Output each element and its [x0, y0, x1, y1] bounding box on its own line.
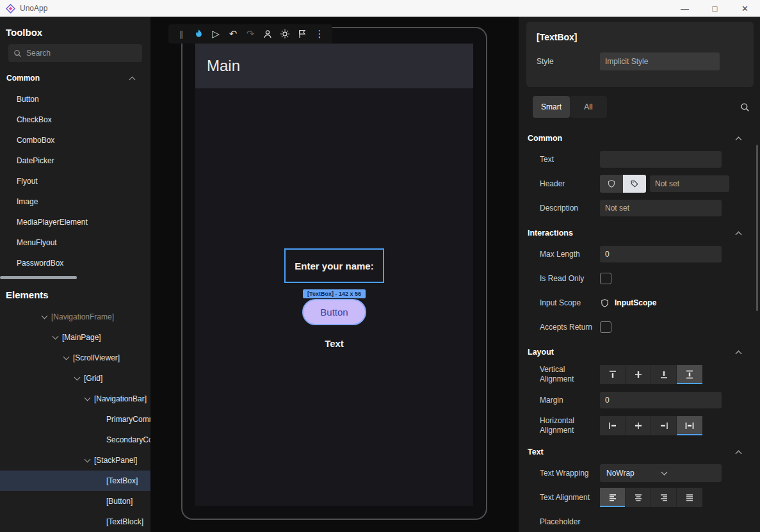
toolbox-search-input[interactable]: [26, 49, 137, 58]
toolbox-item-image[interactable]: Image: [0, 191, 150, 212]
header-binding-button[interactable]: [600, 175, 623, 193]
placeholder-label: Placeholder: [540, 517, 600, 527]
toolbox-item-datepicker[interactable]: DatePicker: [0, 150, 150, 171]
close-button[interactable]: ✕: [730, 0, 760, 17]
inspect-element-icon[interactable]: [261, 26, 274, 42]
text-align-center-icon: [633, 492, 643, 503]
header-literal-button[interactable]: [623, 175, 646, 193]
toolbox-item-combobox[interactable]: ComboBox: [0, 130, 150, 150]
toolbox-item-menuflyout[interactable]: MenuFlyout: [0, 232, 150, 253]
hot-reload-flame-icon[interactable]: [192, 26, 205, 42]
section-common[interactable]: Common: [519, 125, 760, 147]
tree-item-mainpage[interactable]: [MainPage]: [0, 327, 150, 348]
margin-label: Margin: [540, 396, 600, 405]
valign-top-button[interactable]: [600, 365, 626, 384]
undo-icon[interactable]: ↶: [227, 26, 239, 42]
page-title: Main: [207, 57, 240, 75]
text-align-right-button[interactable]: [651, 488, 677, 507]
text-value-input[interactable]: [600, 151, 722, 168]
align-hstretch-icon: [684, 421, 695, 431]
text-wrapping-dropdown[interactable]: NoWrap: [600, 464, 722, 482]
align-hcenter-icon: [633, 421, 643, 431]
halign-right-button[interactable]: [651, 416, 677, 435]
is-read-only-checkbox[interactable]: [600, 273, 611, 284]
row-accepts-return: Accepts Return: [519, 315, 760, 339]
row-description: Description: [519, 196, 760, 220]
tree-item-navigationframe[interactable]: [NavigationFrame]: [0, 307, 150, 327]
tree-item-grid[interactable]: [Grid]: [0, 368, 150, 389]
elements-tree: [NavigationFrame] [MainPage] [ScrollView…: [0, 307, 150, 532]
search-icon: [13, 49, 22, 58]
canvas-button[interactable]: Button: [302, 299, 366, 325]
toolbox-item-passwordbox[interactable]: PasswordBox: [0, 253, 150, 273]
text-align-right-icon: [659, 492, 669, 503]
text-alignment-label: Text Alignment: [540, 493, 600, 503]
chevron-up-icon: [735, 134, 743, 142]
accepts-return-checkbox[interactable]: [600, 321, 611, 333]
chevron-down-icon[interactable]: [84, 456, 92, 464]
toolbox-item-button[interactable]: Button: [0, 89, 150, 109]
tab-all[interactable]: All: [570, 96, 607, 118]
section-interactions[interactable]: Interactions: [519, 220, 760, 242]
theme-sun-icon[interactable]: [279, 26, 291, 42]
text-align-left-button[interactable]: [600, 488, 626, 507]
properties-scrollbar[interactable]: [756, 145, 758, 311]
header-value-input[interactable]: [650, 175, 729, 192]
properties-tabs: Smart All: [533, 96, 750, 118]
canvas-textblock[interactable]: Text: [325, 338, 344, 349]
tree-item-textbox[interactable]: [TextBox]: [0, 471, 150, 491]
play-icon[interactable]: ▷: [209, 26, 222, 42]
max-length-input[interactable]: [600, 246, 722, 262]
tree-item-textblock[interactable]: [TextBlock]: [0, 512, 150, 532]
tree-item-primarycommands[interactable]: PrimaryComm: [0, 409, 150, 430]
designer-toolbar: ∥ ▷ ↶ ↷: [168, 24, 332, 44]
chevron-down-icon[interactable]: [41, 313, 49, 321]
titlebar: UnoApp — □ ✕: [0, 0, 760, 17]
drag-handle-icon[interactable]: ∥: [175, 26, 188, 42]
chevron-up-icon: [129, 74, 136, 82]
app-window: UnoApp — □ ✕ Toolbox Common Button: [0, 0, 760, 532]
flag-icon[interactable]: [296, 26, 309, 42]
tree-item-button[interactable]: [Button]: [0, 491, 150, 512]
tree-item-secondarycommands[interactable]: SecondaryCo: [0, 430, 150, 450]
more-options-icon[interactable]: ⋮: [313, 26, 326, 42]
row-header: Header: [519, 172, 760, 196]
section-layout[interactable]: Layout: [519, 339, 760, 361]
toolbox-item-checkbox[interactable]: CheckBox: [0, 109, 150, 130]
toolbox-search[interactable]: [8, 44, 142, 62]
toolbox-section-common[interactable]: Common: [0, 62, 150, 89]
canvas-textbox-selected[interactable]: Enter your name:: [284, 248, 384, 283]
style-input[interactable]: [600, 52, 720, 70]
properties-search-icon[interactable]: [740, 102, 750, 112]
tree-item-scrollviewer[interactable]: [ScrollViewer]: [0, 348, 150, 368]
toolbox-item-mediaplayerelement[interactable]: MediaPlayerElement: [0, 212, 150, 232]
align-vstretch-icon: [684, 369, 695, 380]
valign-stretch-button[interactable]: [677, 365, 702, 384]
toolbox-title: Toolbox: [0, 17, 150, 44]
chevron-down-icon[interactable]: [52, 334, 60, 341]
tab-smart[interactable]: Smart: [533, 96, 570, 118]
input-scope-value[interactable]: InputScope: [615, 298, 656, 307]
toolbox-item-flyout[interactable]: Flyout: [0, 171, 150, 191]
chevron-down-icon[interactable]: [74, 375, 81, 382]
row-max-length: Max Length: [519, 242, 760, 266]
valign-bottom-button[interactable]: [651, 365, 677, 384]
text-align-center-button[interactable]: [626, 488, 651, 507]
text-align-justify-icon: [684, 492, 695, 503]
halign-center-button[interactable]: [626, 416, 651, 435]
margin-input[interactable]: [600, 392, 722, 408]
maximize-button[interactable]: □: [700, 0, 730, 17]
properties-panel: [TextBox] Style Smart All Common: [519, 17, 760, 532]
description-value-input[interactable]: [600, 200, 722, 216]
chevron-down-icon[interactable]: [63, 354, 70, 362]
valign-center-button[interactable]: [626, 365, 651, 384]
chevron-down-icon[interactable]: [84, 395, 92, 403]
text-align-justify-button[interactable]: [677, 488, 702, 507]
minimize-button[interactable]: —: [670, 0, 700, 17]
halign-left-button[interactable]: [600, 416, 626, 435]
redo-icon[interactable]: ↷: [244, 26, 257, 42]
section-text[interactable]: Text: [519, 439, 760, 461]
tree-item-navigationbar[interactable]: [NavigationBar]: [0, 389, 150, 409]
halign-stretch-button[interactable]: [677, 416, 702, 435]
tree-item-stackpanel[interactable]: [StackPanel]: [0, 450, 150, 471]
